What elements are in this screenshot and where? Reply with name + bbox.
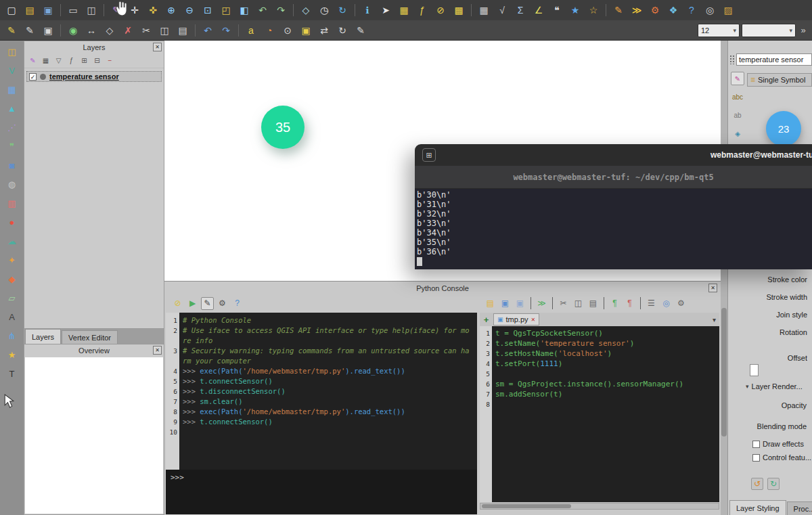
collapse-all-icon[interactable]: ⊟ [92,55,102,66]
add-delimited-text-layer-icon[interactable]: ❞ [5,139,20,154]
layer-visibility-checkbox[interactable]: ✓ [29,73,37,81]
copy-features-icon[interactable]: ◫ [156,22,173,39]
expand-all-icon[interactable]: ⊞ [79,55,89,66]
show-editor-icon[interactable]: ✎ [201,297,214,310]
new-bookmark-icon[interactable]: ★ [567,2,583,18]
add-postgis-layer-icon[interactable]: ◙ [5,158,20,173]
style-redo-button[interactable]: ↻ [767,478,780,490]
vertex-tool-icon[interactable]: ◇ [102,22,118,39]
new-virtual-layer-icon[interactable]: ▱ [5,290,20,305]
annotation-tool-icon[interactable]: A [5,309,20,324]
zoom-to-layer-icon[interactable]: ◧ [236,2,252,18]
data-source-manager-icon[interactable]: ◫ [5,44,20,59]
python-shell-input[interactable]: >>> [166,470,477,514]
delete-selected-icon[interactable]: ✗ [120,22,136,39]
tab-list-icon[interactable]: ▾ [713,316,718,323]
symbol-type-combo[interactable]: ≡ Single Symbol [747,73,812,87]
uncomment-code-icon[interactable]: ¶ [623,297,636,310]
highlight-labels-icon[interactable]: ▣ [298,22,314,39]
layer-labeling-icon[interactable]: a [243,22,259,39]
find-text-icon[interactable]: ◎ [660,297,673,310]
close-tab-icon[interactable]: ✕ [531,317,536,323]
undo-icon[interactable]: ↶ [200,22,216,39]
rotate-label-icon[interactable]: ↻ [334,22,351,39]
new-project-icon[interactable]: ▢ [3,2,20,18]
save-layer-edits-icon[interactable]: ▣ [40,22,56,39]
clear-console-icon[interactable]: ⊘ [171,297,184,310]
layer-item-temperature-sensor[interactable]: ✓ temperature sensor [26,71,162,82]
font-size-combo[interactable]: 12 ▾ [698,24,740,37]
redo-icon[interactable]: ↷ [218,22,234,39]
terminal-body[interactable]: b'30\n'b'31\n'b'32\n'b'33\n'b'34\n'b'35\… [415,189,812,269]
paste-text-icon[interactable]: ▤ [587,297,600,310]
move-label-icon[interactable]: ⇄ [316,22,332,39]
toolbar-overflow-icon[interactable]: » [798,22,809,39]
python-shell-output[interactable]: 1# Python Console2# Use iface to access … [166,313,477,470]
toolbox-icon[interactable]: ▨ [720,2,736,18]
styling-checkbox-row[interactable]: Draw effects [752,440,812,448]
run-command-icon[interactable]: ▶ [186,297,199,310]
field-calculator-icon[interactable]: √ [494,2,510,18]
copy-text-icon[interactable]: ◫ [572,297,585,310]
run-script-icon[interactable]: ≫ [535,297,548,310]
add-vector-layer-icon[interactable]: V [5,63,20,78]
processing-toolbox-icon[interactable]: ⚙ [647,2,663,18]
vertical-scrollbar[interactable] [721,41,727,515]
zoom-last-icon[interactable]: ↶ [254,2,271,18]
styling-layer-combo[interactable]: temperature sensor [736,53,812,66]
add-oracle-layer-icon[interactable]: ● [5,215,20,229]
offset-spinbox[interactable] [750,364,759,376]
change-label-icon[interactable]: ✎ [353,22,369,39]
layer-rendering-header[interactable]: ▾ Layer Render... [746,382,812,390]
view-3d-icon[interactable]: ◈ [731,127,744,140]
toggle-editing-icon[interactable]: ✎ [22,22,38,39]
tab-layer-styling[interactable]: Layer Styling [729,500,786,515]
show-layout-manager-icon[interactable]: ◫ [83,2,99,18]
measure-line-icon[interactable]: ∠ [531,2,547,18]
units-combo[interactable]: ▾ [742,24,796,37]
zoom-to-selection-icon[interactable]: ◰ [218,2,234,18]
horizontal-scrollbar[interactable] [480,503,719,510]
open-script-icon[interactable]: ▤ [484,297,497,310]
zoom-full-icon[interactable]: ⊡ [200,2,216,18]
run-feature-action-icon[interactable]: ➤ [378,2,394,18]
save-project-icon[interactable]: ▣ [40,2,56,18]
labels-icon[interactable]: abc [731,90,744,104]
node-tool-icon[interactable]: ⋔ [5,328,20,343]
new-print-layout-icon[interactable]: ▭ [65,2,81,18]
terminal-titlebar[interactable]: ⊞ webmaster@webmaster-tuf [415,144,812,166]
deselect-features-icon[interactable]: ⊘ [432,2,449,18]
refresh-icon[interactable]: ↻ [334,2,351,18]
filter-by-expression-icon[interactable]: ƒ [66,55,76,66]
add-spatialite-layer-icon[interactable]: ◍ [5,177,20,192]
open-attribute-table-icon[interactable]: ▦ [476,2,492,18]
cut-features-icon[interactable]: ✂ [138,22,154,39]
pan-to-selection-icon[interactable]: ✜ [145,2,161,18]
statistical-summary-icon[interactable]: Σ [512,2,528,18]
zoom-next-icon[interactable]: ↷ [273,2,289,18]
pin-labels-icon[interactable]: ⊙ [279,22,296,39]
comment-code-icon[interactable]: ¶ [608,297,621,310]
show-bookmarks-icon[interactable]: ☆ [585,2,602,18]
zoom-out-icon[interactable]: ⊖ [181,2,198,18]
pan-map-icon[interactable]: ✛ [127,2,143,18]
style-undo-button[interactable]: ↺ [751,478,763,490]
move-feature-icon[interactable]: ↔ [83,22,99,39]
open-layer-styling-icon[interactable]: ✎ [28,55,38,66]
object-inspector-icon[interactable]: ☰ [645,297,658,310]
add-point-cloud-layer-icon[interactable]: ⋰ [5,120,20,135]
editor-code-area[interactable]: 1t = QgsTcpSocketSensor()2t.setName('tem… [480,326,719,502]
add-raster-layer-icon[interactable]: ▦ [5,82,20,97]
add-wfs-layer-icon[interactable]: ✦ [5,252,20,267]
python-console-icon[interactable]: ≫ [629,2,645,18]
close-icon[interactable]: ✕ [708,284,717,292]
map-tips-icon[interactable]: ❝ [549,2,565,18]
terminal-menu-button[interactable]: ⊞ [422,148,436,162]
tab-tmp-py[interactable]: ▣ tmp.py ✕ [493,313,539,326]
close-icon[interactable]: ✕ [153,43,162,51]
new-3d-map-icon[interactable]: ◇ [298,2,314,18]
tab-layers[interactable]: Layers [25,329,61,344]
plugin-manager-icon[interactable]: ❖ [665,2,681,18]
identify-features-icon[interactable]: ℹ [359,2,376,18]
current-edits-icon[interactable]: ✎ [3,22,20,39]
